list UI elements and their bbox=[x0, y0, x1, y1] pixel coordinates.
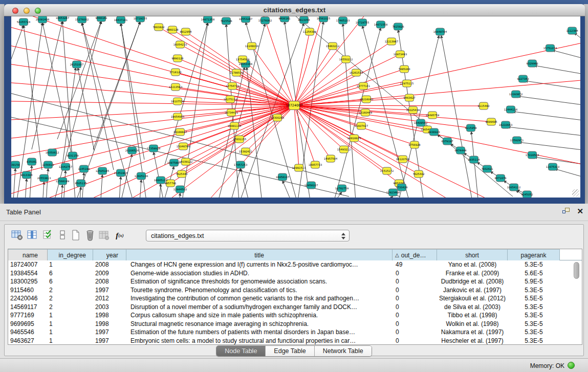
graph-node-label: 7625402 bbox=[412, 172, 424, 176]
cell-name: 18724007 bbox=[8, 260, 48, 269]
graph-node-label: 10958107 bbox=[304, 184, 318, 187]
function-builder-icon[interactable]: f(x) bbox=[113, 229, 126, 242]
graph-node-label: 12923468 bbox=[386, 191, 400, 194]
delete-column-icon[interactable] bbox=[83, 229, 97, 242]
network-canvas[interactable]: 5405572420091406106532871527600294661611… bbox=[11, 16, 580, 198]
table-row[interactable]: 1938455462009Genome-wide association stu… bbox=[8, 269, 582, 278]
graph-node-label: 15751074 bbox=[543, 47, 557, 50]
graph-node-label: 8505135 bbox=[75, 182, 86, 185]
column-header-title[interactable]: title bbox=[126, 249, 393, 260]
graph-node-label: 9245052 bbox=[521, 193, 533, 196]
window-title: citations_edges.txt bbox=[4, 6, 585, 14]
cell-in_degree: 1 bbox=[48, 320, 93, 329]
cell-name: 9777169 bbox=[8, 311, 48, 320]
cell-short: Stergiakouli et al. (2012) bbox=[437, 294, 508, 303]
window-titlebar[interactable]: citations_edges.txt bbox=[4, 4, 585, 16]
graph-node-label: 1733426 bbox=[396, 186, 407, 189]
graph-node-label: 9227343 bbox=[517, 77, 529, 80]
close-panel-icon[interactable]: ✕ bbox=[577, 207, 583, 216]
table-row[interactable]: 2242004622012Investigating the contribut… bbox=[8, 294, 582, 303]
graph-node-label: 9857791 bbox=[164, 182, 176, 185]
graph-node-label: 14957504 bbox=[324, 157, 338, 160]
graph-node-label: 10653287 bbox=[56, 16, 69, 19]
column-header-year[interactable]: year bbox=[93, 249, 126, 260]
graph-node-label: 15493212 bbox=[337, 148, 351, 151]
cell-title: Structural magnetic resonance image aver… bbox=[126, 320, 393, 329]
tab-node-table[interactable]: Node Table bbox=[216, 346, 266, 356]
graph-node-label: 10553287 bbox=[239, 17, 252, 20]
table-row[interactable]: 1872400712008Changes of HCN gene express… bbox=[8, 260, 582, 269]
table-row[interactable]: 946554611997Estimation of the future num… bbox=[8, 328, 582, 337]
graph-node-label: 16120746 bbox=[396, 158, 409, 161]
graph-node-label: 10719155 bbox=[134, 17, 147, 20]
graph-node-label: 6379197 bbox=[441, 140, 453, 143]
graph-node-label: 12160448 bbox=[359, 111, 372, 114]
cell-out_degree: 0 bbox=[393, 320, 437, 329]
graph-node-label: 9466161 bbox=[95, 16, 107, 19]
graph-node-label: 17465103 bbox=[336, 19, 350, 22]
cell-year: 2009 bbox=[93, 269, 126, 278]
graph-node-label: 15392411 bbox=[239, 150, 252, 153]
cell-short: Nakamura et al. (1997) bbox=[437, 328, 508, 337]
graph-node-label: 15276062 bbox=[258, 19, 272, 22]
column-header-in_degree[interactable]: in_degree bbox=[48, 249, 93, 260]
cell-title: Estimation of the future numbers of pati… bbox=[126, 328, 393, 337]
graph-node-label: 16782759 bbox=[335, 187, 349, 190]
graph-node-label: 9860128 bbox=[166, 28, 178, 31]
graph-node-label: 12605136 bbox=[135, 174, 148, 178]
graph-node-label: 11515172 bbox=[380, 169, 394, 172]
tab-edge-table[interactable]: Edge Table bbox=[266, 346, 314, 356]
float-panel-icon[interactable] bbox=[562, 208, 571, 215]
column-header-pagerank[interactable]: pagerank bbox=[508, 249, 560, 260]
network-window: citations_edges.txt 54055724200914061065… bbox=[4, 4, 585, 204]
column-header-name[interactable]: name bbox=[8, 249, 48, 260]
cell-title: Tourette syndrome. Phenomenology and cla… bbox=[126, 286, 393, 295]
cell-short: Yano et al. (2008) bbox=[437, 260, 508, 269]
cell-year: 1997 bbox=[93, 328, 126, 337]
memory-status-led bbox=[568, 362, 575, 369]
graph-node-label: 17957253 bbox=[234, 163, 247, 166]
graph-node-label: 11607427 bbox=[355, 124, 368, 127]
graph-node-label: 18107534 bbox=[171, 100, 185, 103]
tab-network-table[interactable]: Network Table bbox=[315, 346, 372, 356]
row-height-icon[interactable] bbox=[56, 229, 69, 242]
table-row[interactable]: 977716911998Corpus callosum shape and si… bbox=[8, 311, 582, 320]
graph-node-label: 20091406 bbox=[36, 18, 49, 21]
cell-out_degree: 49 bbox=[393, 260, 437, 269]
table-selector[interactable]: citations_edges.txt bbox=[146, 230, 350, 242]
canvas-resize-grip[interactable] bbox=[572, 189, 579, 196]
table-row[interactable]: 1456911722003Disruption of a novel membe… bbox=[8, 303, 582, 312]
graph-node-label: 1156819 bbox=[42, 163, 54, 166]
graph-node-label: 19495759 bbox=[426, 114, 439, 117]
graph-node-label: 1112384 bbox=[566, 29, 578, 32]
graph-node-label: 1145190 bbox=[78, 167, 90, 170]
graph-node-label: 14039122 bbox=[179, 160, 192, 163]
cell-name: 19384554 bbox=[8, 269, 48, 278]
column-header-out_de[interactable]: △out_de… bbox=[393, 249, 437, 260]
table-settings-icon[interactable] bbox=[11, 229, 24, 242]
table-columns-icon[interactable] bbox=[26, 229, 39, 242]
new-column-icon[interactable] bbox=[69, 229, 82, 242]
table-scrollbar-thumb[interactable] bbox=[574, 262, 579, 279]
graph-node-label: 16648784 bbox=[433, 30, 447, 33]
graph-node-label: 7615526 bbox=[220, 19, 232, 23]
cell-in_degree: 2 bbox=[48, 303, 93, 312]
graph-node-label: 9463627 bbox=[403, 96, 415, 99]
graph-node-label: 13754509 bbox=[236, 58, 249, 61]
table-panel-body: f(x) citations_edges.txt namein_degreeye… bbox=[4, 224, 584, 356]
cell-pagerank: 5.6E-5 bbox=[508, 269, 560, 278]
cell-out_degree: 0 bbox=[393, 269, 437, 278]
cell-short: de Silva et al. (2003) bbox=[437, 303, 508, 312]
table-row[interactable]: 969969511998Structural magnetic resonanc… bbox=[8, 320, 582, 329]
cell-name: 9699695 bbox=[8, 320, 48, 329]
column-header-short[interactable]: short bbox=[437, 249, 508, 260]
table-row[interactable]: 911546021997Tourette syndrome. Phenomeno… bbox=[8, 286, 582, 295]
graph-node-label: 9031159 bbox=[67, 154, 78, 157]
table-row[interactable]: 1830029562008Estimation of significance … bbox=[8, 277, 582, 286]
table-row[interactable]: 946362711997Embryonic stem cells: a mode… bbox=[8, 337, 582, 345]
graph-node-label: 9474444 bbox=[454, 149, 467, 152]
graph-node-label: 16210643 bbox=[499, 123, 512, 126]
graph-node-label: 11675310 bbox=[546, 165, 559, 168]
select-columns-icon[interactable] bbox=[41, 229, 55, 242]
cell-in_degree: 2 bbox=[48, 294, 93, 303]
